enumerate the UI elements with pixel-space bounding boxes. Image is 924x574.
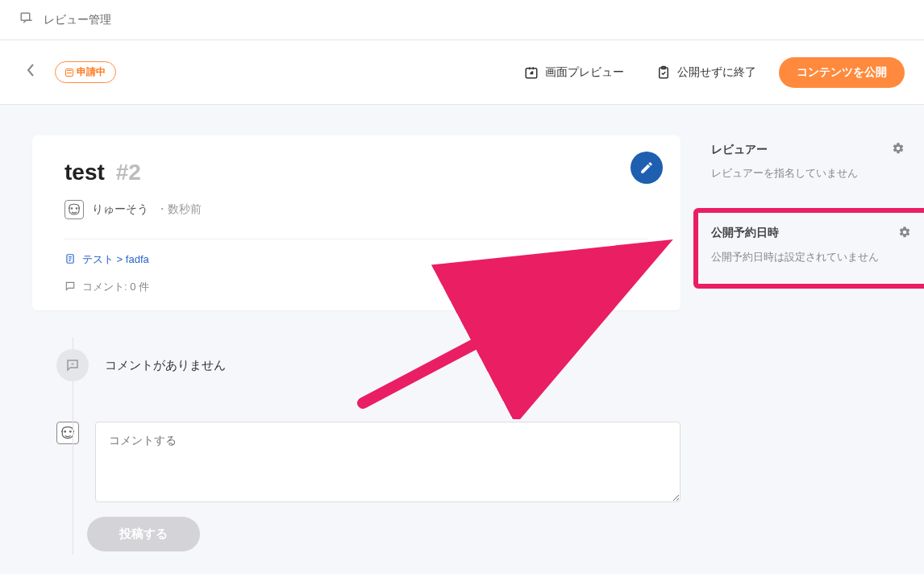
close-unpublished-button[interactable]: 公開せずに終了 <box>647 59 766 86</box>
status-badge: 申請中 <box>55 61 116 83</box>
schedule-settings-button[interactable] <box>898 226 911 241</box>
review-meta: りゅーそう ・数秒前 <box>65 200 648 219</box>
preview-label: 画面プレビュー <box>545 65 624 80</box>
action-bar: 申請中 画面プレビュー 公開せずに終了 コンテンツを公開 <box>0 40 924 105</box>
no-comments-row: コメントがありません <box>56 349 681 381</box>
svg-point-4 <box>71 208 73 210</box>
gear-icon <box>892 142 905 155</box>
schedule-empty-text: 公開予約日時は設定されていません <box>711 249 911 266</box>
review-card: test #2 りゅーそう ・数秒前 テスト > fadfa <box>32 135 681 310</box>
svg-point-5 <box>76 208 77 210</box>
open-in-new-icon <box>524 65 539 80</box>
reviewer-settings-button[interactable] <box>892 142 905 157</box>
preview-button[interactable]: 画面プレビュー <box>514 59 634 86</box>
main-column: test #2 りゅーそう ・数秒前 テスト > fadfa <box>32 135 681 574</box>
reviewer-heading: レビュアー <box>711 143 768 157</box>
reviewer-empty-text: レビュアーを指名していません <box>711 165 905 182</box>
status-icon <box>65 69 73 77</box>
reviewer-section: レビュアー レビュアーを指名していません <box>711 142 905 182</box>
close-unpublished-label: 公開せずに終了 <box>677 65 756 80</box>
breadcrumb-a: テスト <box>82 253 114 265</box>
back-button[interactable] <box>19 60 42 85</box>
comment-count: コメント: 0 件 <box>65 280 648 294</box>
publish-button[interactable]: コンテンツを公開 <box>779 57 905 88</box>
edit-button[interactable] <box>631 152 663 184</box>
breadcrumb-b: fadfa <box>126 253 149 265</box>
page-title: レビュー管理 <box>44 13 111 27</box>
no-comments-icon <box>56 349 89 381</box>
svg-rect-0 <box>21 13 30 20</box>
comment-input[interactable] <box>95 422 681 502</box>
document-icon <box>65 253 76 267</box>
author-name: りゅーそう <box>92 202 148 217</box>
status-label: 申請中 <box>77 65 106 79</box>
schedule-heading: 公開予約日時 <box>711 226 779 240</box>
comment-icon <box>65 281 76 294</box>
schedule-section: 公開予約日時 公開予約日時は設定されていません <box>693 208 924 289</box>
comment-count-label: コメント: 0 件 <box>82 280 149 294</box>
no-comments-text: コメントがありません <box>105 358 226 373</box>
pencil-icon <box>639 160 654 175</box>
current-user-avatar <box>56 422 79 444</box>
top-bar: レビュー管理 <box>0 0 924 40</box>
clipboard-check-icon <box>656 65 671 80</box>
content-breadcrumb[interactable]: テスト > fadfa <box>65 252 648 267</box>
sidebar: レビュアー レビュアーを指名していません 公開予約日時 公開予約日時は設定されて… <box>711 135 905 574</box>
svg-point-8 <box>70 431 72 433</box>
reviews-icon <box>19 11 34 29</box>
review-number: #2 <box>116 160 141 185</box>
author-avatar <box>65 200 84 219</box>
gear-icon <box>898 226 911 239</box>
review-ago: 数秒前 <box>168 202 202 215</box>
review-title: test <box>65 160 105 185</box>
comment-compose <box>56 422 681 502</box>
content-area: test #2 りゅーそう ・数秒前 テスト > fadfa <box>0 105 924 574</box>
svg-point-7 <box>65 431 66 433</box>
post-comment-button[interactable]: 投稿する <box>87 517 200 551</box>
